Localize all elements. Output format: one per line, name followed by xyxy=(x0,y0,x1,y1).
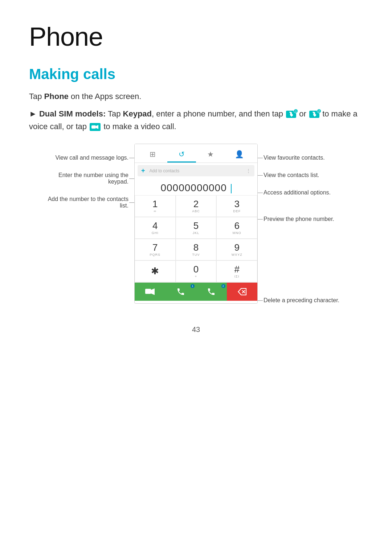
tab-contacts[interactable]: 👤 xyxy=(225,147,254,163)
call-sim2-button[interactable]: 2 xyxy=(196,283,227,301)
displayed-number: 00000000000 xyxy=(160,182,226,193)
search-placeholder: Add to contacts xyxy=(150,168,180,173)
label-additional-options: Access additional options. xyxy=(258,189,359,196)
key-2[interactable]: 2 ABC xyxy=(176,195,217,217)
label-contacts-list: View the contacts list. xyxy=(258,172,359,178)
key-star[interactable]: ✱ xyxy=(135,260,176,282)
phone-mockup: ⊞ ↺ ★ 👤 + Add to contacts ⋮ 00000000000 … xyxy=(134,144,258,304)
key-7[interactable]: 7 PQRS xyxy=(135,239,176,260)
diagram: View call and message logs. Enter the nu… xyxy=(29,144,363,304)
sim2-badge: 2 xyxy=(317,109,321,113)
label-preview-number: Preview the phone number. xyxy=(258,216,359,222)
key-1[interactable]: 1 ∞ xyxy=(135,195,176,217)
page-number: 43 xyxy=(29,325,363,334)
phone-tabs: ⊞ ↺ ★ 👤 xyxy=(135,144,257,163)
action-row: 1 2 xyxy=(135,282,257,301)
tab-logs[interactable]: ↺ xyxy=(167,147,196,163)
right-labels: View favourite contacts. View the contac… xyxy=(258,144,359,304)
svg-marker-1 xyxy=(96,125,98,129)
tab-favorites[interactable]: ★ xyxy=(196,147,225,163)
intro-text: Tap Phone on the Apps screen. xyxy=(29,90,363,102)
key-0[interactable]: 0 + xyxy=(176,260,217,282)
key-8[interactable]: 8 TUV xyxy=(176,239,217,260)
key-5[interactable]: 5 JKL xyxy=(176,217,217,239)
label-keypad: Enter the number using thekeypad. xyxy=(29,172,134,185)
phone-icon-sim2: 2 xyxy=(309,111,319,118)
svg-rect-2 xyxy=(145,289,151,294)
label-add-contacts: Add the number to the contactslist. xyxy=(29,196,134,209)
phone-search-bar: + Add to contacts ⋮ xyxy=(138,165,254,176)
label-favorites: View favourite contacts. xyxy=(258,155,359,161)
svg-marker-3 xyxy=(151,288,155,295)
video-call-button[interactable] xyxy=(135,283,166,301)
key-hash[interactable]: # IΣI xyxy=(216,260,257,282)
phone-icon-sim1: 1 xyxy=(286,111,296,118)
label-delete-char: Delete a preceding character. xyxy=(258,297,359,304)
key-3[interactable]: 3 DEF xyxy=(216,195,257,217)
section-title: Making calls xyxy=(29,66,363,82)
video-call-icon xyxy=(90,123,101,131)
key-6[interactable]: 6 MNO xyxy=(216,217,257,239)
add-contact-plus[interactable]: + xyxy=(141,167,145,175)
key-4[interactable]: 4 GHI xyxy=(135,217,176,239)
left-labels: View call and message logs. Enter the nu… xyxy=(29,144,134,304)
cursor xyxy=(231,184,232,193)
tab-keypad[interactable]: ⊞ xyxy=(138,147,167,163)
phone-number-display: 00000000000 xyxy=(135,178,257,195)
label-call-logs: View call and message logs. xyxy=(29,155,134,161)
more-options-icon[interactable]: ⋮ xyxy=(246,168,251,173)
sim1-badge: 1 xyxy=(294,109,298,113)
keypad-grid: 1 ∞ 2 ABC 3 DEF 4 GHI 5 JKL 6 MNO xyxy=(135,195,257,282)
call-sim1-button[interactable]: 1 xyxy=(166,283,196,301)
page-title: Phone xyxy=(29,22,363,52)
svg-rect-0 xyxy=(91,126,96,129)
key-9[interactable]: 9 WXYZ xyxy=(216,239,257,260)
bullet-paragraph: ► Dual SIM models: Tap Keypad, enter a p… xyxy=(29,107,363,133)
delete-button[interactable] xyxy=(227,283,258,301)
